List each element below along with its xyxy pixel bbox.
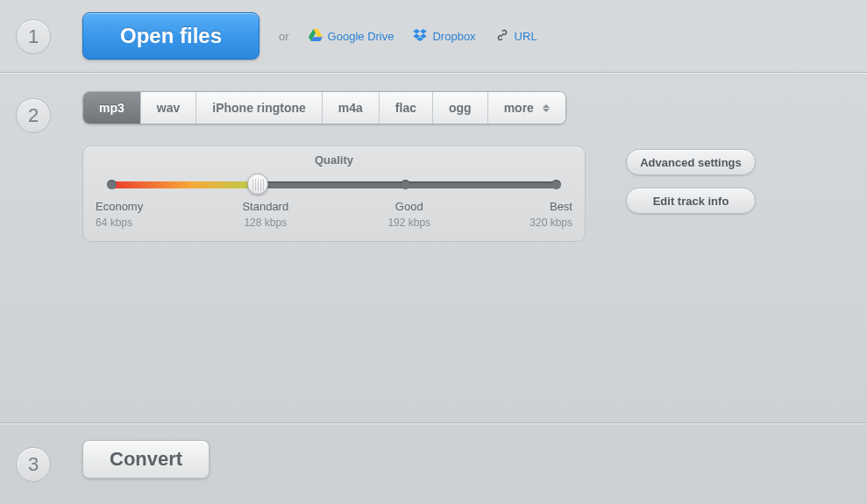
quality-name: Good [387,200,430,213]
quality-panel: Quality Economy 64 kbps Standard 128 kbp… [82,146,586,242]
quality-rate: 192 kbps [387,217,430,229]
format-tab-label: mp3 [99,101,124,115]
format-tab-label: more [504,101,534,115]
step-3: 3 Convert [0,423,867,498]
step-number-3: 3 [16,447,51,482]
format-tab-mp3[interactable]: mp3 [83,92,141,124]
side-buttons: Advanced settings Edit track info [626,149,756,214]
step1-body: Open files or Google Drive Dropbox URL [82,12,851,60]
format-tab-iphone-ringtone[interactable]: iPhone ringtone [196,92,323,124]
step-2: 2 mp3waviPhone ringtonem4aflacoggmore Qu… [0,73,867,423]
slider-stop-economy [107,180,117,189]
step-1: 1 Open files or Google Drive Dropbox URL [0,0,867,73]
slider-fill [110,181,258,188]
dropbox-icon [413,29,427,44]
format-tab-label: ogg [449,101,472,115]
quality-level-economy: Economy 64 kbps [96,200,143,229]
format-tab-label: flac [395,101,416,115]
step3-body: Convert [82,440,851,479]
convert-button[interactable]: Convert [82,440,210,479]
open-files-button[interactable]: Open files [82,12,259,60]
slider-handle[interactable] [247,174,268,195]
step-number-2: 2 [16,98,51,133]
step-number-1: 1 [16,19,51,54]
format-tab-label: wav [157,101,180,115]
quality-level-best: Best 320 kbps [529,200,572,229]
slider-stop-best [551,180,561,189]
or-label: or [279,30,289,43]
google-drive-icon [309,29,323,44]
format-tab-more[interactable]: more [488,92,565,124]
quality-title: Quality [103,153,565,167]
format-tabs: mp3waviPhone ringtonem4aflacoggmore [82,91,566,124]
format-tab-label: m4a [338,101,363,115]
quality-labels: Economy 64 kbps Standard 128 kbps Good 1… [96,200,572,229]
google-drive-label: Google Drive [328,30,394,43]
quality-name: Economy [96,200,143,213]
quality-slider[interactable] [110,175,558,193]
link-icon [495,29,509,44]
quality-rate: 128 kbps [242,217,288,229]
url-label: URL [515,30,537,43]
dropbox-label: Dropbox [432,30,475,43]
format-tab-label: iPhone ringtone [212,101,306,115]
slider-stop-good [401,180,410,189]
sort-icon [543,104,550,112]
dropbox-link[interactable]: Dropbox [413,29,475,44]
format-tab-ogg[interactable]: ogg [433,92,488,124]
url-link[interactable]: URL [495,29,537,44]
advanced-settings-button[interactable]: Advanced settings [626,149,756,175]
quality-name: Best [529,200,572,213]
format-tab-wav[interactable]: wav [141,92,196,124]
google-drive-link[interactable]: Google Drive [309,29,394,44]
format-tab-flac[interactable]: flac [380,92,433,124]
quality-level-good: Good 192 kbps [387,200,430,229]
quality-rate: 320 kbps [529,217,572,229]
quality-name: Standard [242,200,288,213]
quality-rate: 64 kbps [96,217,143,229]
format-tab-m4a[interactable]: m4a [323,92,380,124]
edit-track-info-button[interactable]: Edit track info [626,188,756,214]
quality-level-standard: Standard 128 kbps [242,200,288,229]
